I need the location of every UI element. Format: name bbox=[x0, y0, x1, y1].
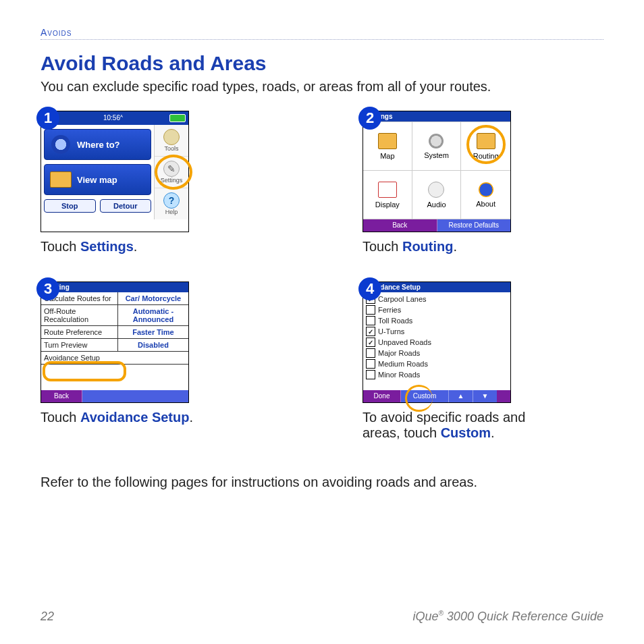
avoidance-label: U-Turns bbox=[378, 327, 404, 336]
route-icon bbox=[477, 133, 495, 149]
screen-title: Settings bbox=[363, 111, 510, 122]
avoidance-label: Carpool Lanes bbox=[378, 295, 427, 303]
back-button[interactable]: Back bbox=[41, 390, 82, 402]
checkbox[interactable] bbox=[366, 305, 375, 315]
avoidance-item[interactable]: Medium Roads bbox=[366, 359, 508, 369]
footer-bar: Done Custom ▲ ▼ bbox=[363, 390, 510, 402]
avoidance-item[interactable]: ✓U-Turns bbox=[366, 327, 508, 336]
gear-icon: ✎ bbox=[163, 161, 180, 177]
search-icon bbox=[49, 132, 73, 157]
checkbox[interactable] bbox=[366, 348, 375, 358]
done-button[interactable]: Done bbox=[363, 390, 401, 402]
settings-routing[interactable]: Routing bbox=[461, 122, 510, 171]
avoidance-item[interactable]: ✓Unpaved Roads bbox=[366, 338, 508, 347]
device-home: 10:56A Where to? View map Stop Detour bbox=[41, 111, 189, 232]
custom-button[interactable]: Custom bbox=[401, 390, 449, 402]
page-footer: 22 iQue® 3000 Quick Reference Guide bbox=[41, 610, 603, 624]
bottom-note: Refer to the following pages for instruc… bbox=[41, 475, 603, 490]
footer-bar: Back bbox=[41, 390, 188, 402]
view-map-button[interactable]: View map bbox=[44, 164, 151, 195]
stop-button[interactable]: Stop bbox=[44, 199, 96, 213]
about-icon bbox=[479, 182, 493, 197]
back-button[interactable]: Back bbox=[363, 219, 437, 232]
avoidance-item[interactable]: Toll Roads bbox=[366, 316, 508, 325]
detour-button[interactable]: Detour bbox=[100, 199, 152, 213]
settings-system[interactable]: System bbox=[412, 122, 462, 171]
avoidance-item[interactable]: ✓Carpool Lanes bbox=[366, 294, 508, 304]
clock: 10:56A bbox=[103, 114, 123, 122]
row-avoidance[interactable]: Avoidance Setup bbox=[41, 352, 188, 365]
avoidance-label: Medium Roads bbox=[378, 360, 428, 368]
step-4: 4 Avoidance Setup ✓Carpool LanesFerriesT… bbox=[363, 281, 603, 441]
row-pref[interactable]: Route PreferenceFaster Time bbox=[41, 326, 188, 339]
display-icon bbox=[378, 182, 397, 198]
device-avoidance: Avoidance Setup ✓Carpool LanesFerriesTol… bbox=[363, 281, 511, 403]
step-badge: 2 bbox=[358, 107, 381, 130]
settings-audio[interactable]: Audio bbox=[412, 171, 462, 219]
screen-title: Avoidance Setup bbox=[363, 282, 510, 292]
caption-2: Touch Routing. bbox=[363, 239, 552, 254]
row-calc[interactable]: Calculate Routes forCar/ Motorcycle bbox=[41, 292, 188, 305]
where-to-label: Where to? bbox=[77, 140, 120, 150]
caption-1: Touch Settings. bbox=[41, 239, 230, 254]
device-routing: Routing Calculate Routes forCar/ Motorcy… bbox=[41, 281, 189, 403]
gear-icon bbox=[429, 134, 444, 149]
row-recalc[interactable]: Off-Route RecalculationAutomatic - Annou… bbox=[41, 305, 188, 326]
step-badge: 4 bbox=[358, 277, 381, 300]
guide-title: iQue® 3000 Quick Reference Guide bbox=[412, 610, 603, 624]
tools-icon bbox=[163, 129, 180, 145]
avoidance-label: Major Roads bbox=[378, 349, 420, 357]
where-to-button[interactable]: Where to? bbox=[44, 129, 151, 160]
page-number: 22 bbox=[41, 610, 54, 624]
checkbox[interactable]: ✓ bbox=[366, 327, 375, 336]
map-icon bbox=[49, 167, 73, 192]
step-1: 1 10:56A Where to? View map bbox=[41, 111, 281, 254]
sidebar-tools[interactable]: Tools bbox=[155, 125, 188, 157]
avoidance-item[interactable]: Minor Roads bbox=[366, 370, 508, 379]
avoidance-label: Minor Roads bbox=[378, 371, 420, 379]
page-title: Avoid Roads and Areas bbox=[41, 52, 603, 75]
avoidance-label: Toll Roads bbox=[378, 317, 412, 325]
intro-text: You can exclude specific road types, roa… bbox=[41, 79, 603, 95]
section-tag: Avoids bbox=[41, 27, 603, 38]
map-icon bbox=[378, 133, 397, 149]
checkbox[interactable] bbox=[366, 370, 375, 379]
audio-icon bbox=[428, 182, 444, 198]
sidebar-settings[interactable]: ✎Settings bbox=[155, 157, 188, 188]
footer-bar: Back Restore Defaults bbox=[363, 219, 510, 232]
avoidance-item[interactable]: Major Roads bbox=[366, 348, 508, 358]
avoidance-label: Unpaved Roads bbox=[378, 338, 431, 346]
avoidance-item[interactable]: Ferries bbox=[366, 305, 508, 315]
settings-display[interactable]: Display bbox=[363, 171, 412, 219]
avoidance-list: ✓Carpool LanesFerriesToll Roads✓U-Turns✓… bbox=[363, 292, 510, 390]
avoidance-label: Ferries bbox=[378, 306, 401, 314]
step-badge: 1 bbox=[36, 107, 59, 130]
help-icon: ? bbox=[163, 192, 180, 209]
step-3: 3 Routing Calculate Routes forCar/ Motor… bbox=[41, 281, 281, 441]
step-2: 2 Settings Map System Routing Display Au… bbox=[363, 111, 603, 254]
checkbox[interactable]: ✓ bbox=[366, 338, 375, 347]
checkbox[interactable] bbox=[366, 316, 375, 325]
battery-icon bbox=[169, 114, 186, 122]
footer-spacer bbox=[82, 390, 188, 402]
row-turnpreview[interactable]: Turn PreviewDisabled bbox=[41, 339, 188, 352]
device-settings: Settings Map System Routing Display Audi… bbox=[363, 111, 511, 232]
caption-4: To avoid specific roads and areas, touch… bbox=[363, 410, 552, 441]
routing-table: Calculate Routes forCar/ Motorcycle Off-… bbox=[41, 292, 188, 365]
checkbox[interactable] bbox=[366, 359, 375, 369]
view-map-label: View map bbox=[77, 175, 117, 185]
scroll-down[interactable]: ▼ bbox=[473, 390, 497, 402]
screen-title: Routing bbox=[41, 282, 188, 292]
settings-about[interactable]: About bbox=[461, 171, 510, 219]
restore-defaults-button[interactable]: Restore Defaults bbox=[437, 219, 511, 232]
scroll-up[interactable]: ▲ bbox=[449, 390, 473, 402]
highlight-ring bbox=[405, 385, 433, 412]
caption-3: Touch Avoidance Setup. bbox=[41, 410, 230, 425]
sidebar-help[interactable]: ?Help bbox=[155, 188, 188, 219]
divider bbox=[41, 39, 603, 40]
step-badge: 3 bbox=[36, 277, 59, 300]
